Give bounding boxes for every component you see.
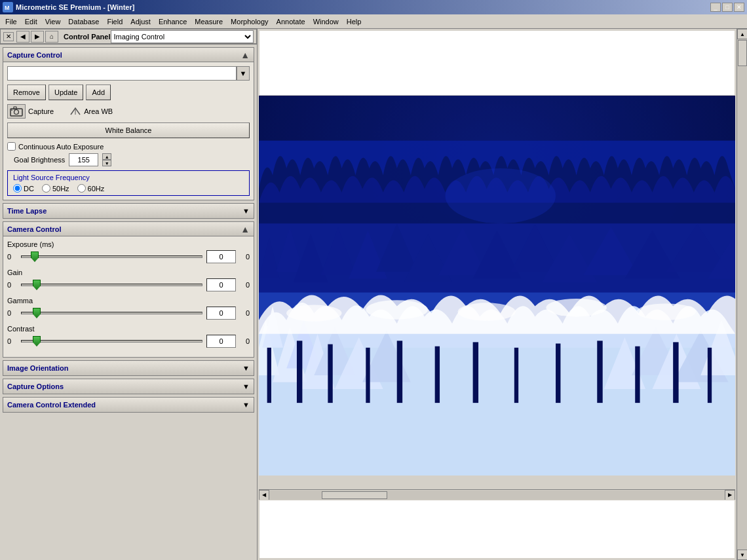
white-balance-button[interactable]: White Balance — [7, 122, 250, 138]
title-bar: M Micrometric SE Premium - [Winter] _ □ … — [0, 0, 747, 14]
imaging-control-select[interactable]: Imaging Control — [111, 30, 254, 43]
light-source-group: Light Source Frequency DC 50Hz — [7, 170, 250, 196]
capture-dropdown-row: ▼ — [7, 66, 250, 81]
radio-60hz[interactable]: 60Hz — [77, 184, 105, 193]
close-button[interactable]: ✕ — [734, 3, 744, 12]
svg-rect-29 — [673, 342, 678, 403]
radio-60hz-input[interactable] — [77, 184, 86, 193]
gain-value[interactable]: 0 — [206, 278, 236, 291]
exposure-max: 0 — [240, 253, 250, 261]
svg-rect-18 — [267, 348, 271, 403]
scroll-up-button[interactable]: ▲ — [737, 29, 747, 39]
contrast-slider-container[interactable] — [21, 335, 202, 348]
scroll-right-button[interactable]: ▶ — [725, 490, 735, 500]
time-lapse-collapse-icon: ▼ — [242, 207, 250, 215]
menu-view[interactable]: View — [41, 16, 65, 27]
contrast-thumb[interactable] — [33, 336, 41, 346]
menu-adjust[interactable]: Adjust — [126, 16, 155, 27]
exposure-min: 0 — [7, 253, 17, 261]
nav-home-button[interactable]: ⌂ — [45, 31, 58, 43]
h-scroll-thumb[interactable] — [322, 491, 387, 499]
goal-brightness-input[interactable]: 155 — [69, 153, 98, 166]
capture-control-header[interactable]: Capture Control ▲ — [3, 48, 254, 62]
capture-dropdown-arrow[interactable]: ▼ — [237, 66, 250, 81]
continuous-auto-exposure-checkbox[interactable] — [7, 142, 16, 151]
svg-rect-23 — [435, 346, 440, 403]
svg-point-17 — [636, 303, 696, 320]
gamma-slider-container[interactable] — [21, 307, 202, 320]
camera-control-header[interactable]: Camera Control ▲ — [3, 222, 254, 236]
panel-content: Capture Control ▲ ▼ Remove Update Add — [0, 45, 257, 560]
contrast-label: Contrast — [7, 325, 250, 333]
capture-dropdown-input[interactable] — [7, 66, 237, 81]
minimize-button[interactable]: _ — [710, 3, 721, 12]
bottom-white-area — [259, 500, 735, 559]
camera-control-extended-title: Camera Control Extended — [7, 401, 96, 409]
capture-control-body: ▼ Remove Update Add — [3, 62, 254, 200]
goal-brightness-label: Goal Brightness — [14, 156, 65, 164]
image-orientation-title: Image Orientation — [7, 364, 69, 372]
remove-button[interactable]: Remove — [7, 84, 46, 100]
camera-control-title: Camera Control — [7, 225, 62, 233]
contrast-value[interactable]: 0 — [206, 335, 236, 348]
exposure-thumb[interactable] — [31, 252, 39, 262]
add-button[interactable]: Add — [86, 84, 111, 100]
scroll-down-button[interactable]: ▼ — [737, 550, 747, 560]
gamma-slider-row: 0 0 0 — [7, 307, 250, 320]
contrast-track — [21, 340, 202, 343]
update-button[interactable]: Update — [48, 84, 83, 100]
radio-60hz-label: 60Hz — [88, 185, 105, 193]
panel-close-button[interactable]: ✕ — [3, 32, 14, 41]
svg-point-14 — [366, 300, 428, 320]
capture-options-collapse-icon: ▼ — [242, 383, 250, 390]
light-source-legend: Light Source Frequency — [13, 174, 244, 181]
gamma-min: 0 — [7, 309, 17, 317]
exposure-slider-container[interactable] — [21, 250, 202, 263]
exposure-slider-row: 0 0 0 — [7, 250, 250, 263]
menu-measure[interactable]: Measure — [191, 16, 227, 27]
menu-morphology[interactable]: Morphology — [227, 16, 272, 27]
radio-50hz[interactable]: 50Hz — [42, 184, 69, 193]
area-wb-button[interactable]: Area WB — [69, 107, 113, 116]
menu-annotate[interactable]: Annotate — [273, 16, 309, 27]
nav-forward-button[interactable]: ▶ — [31, 31, 44, 43]
svg-point-16 — [546, 299, 607, 316]
camera-control-extended-section: Camera Control Extended ▼ — [3, 397, 254, 413]
image-orientation-header[interactable]: Image Orientation ▼ — [3, 361, 254, 375]
menu-help[interactable]: Help — [343, 16, 366, 27]
maximize-button[interactable]: □ — [722, 3, 733, 12]
gain-group: Gain 0 0 0 — [7, 269, 250, 291]
menu-file[interactable]: File — [1, 16, 21, 27]
scroll-thumb[interactable] — [738, 40, 747, 66]
brightness-up-button[interactable]: ▲ — [102, 153, 111, 160]
gamma-value[interactable]: 0 — [206, 307, 236, 320]
nav-back-button[interactable]: ◀ — [16, 31, 29, 43]
menu-field[interactable]: Field — [103, 16, 126, 27]
radio-50hz-input[interactable] — [42, 184, 50, 193]
radio-dc-input[interactable] — [13, 184, 22, 193]
capture-btn-row: Remove Update Add — [7, 84, 250, 100]
menu-database[interactable]: Database — [64, 16, 103, 27]
capture-options-header[interactable]: Capture Options ▼ — [3, 379, 254, 394]
radio-dc-label: DC — [24, 185, 34, 193]
svg-rect-25 — [514, 348, 518, 403]
radio-dc[interactable]: DC — [13, 184, 34, 193]
menu-enhance[interactable]: Enhance — [155, 16, 191, 27]
exposure-value[interactable]: 0 — [206, 250, 236, 263]
svg-rect-28 — [635, 346, 640, 403]
menu-window[interactable]: Window — [309, 16, 343, 27]
gamma-max: 0 — [240, 309, 250, 317]
gain-slider-container[interactable] — [21, 278, 202, 291]
svg-rect-27 — [597, 341, 602, 403]
capture-button[interactable]: Capture — [7, 104, 54, 119]
winter-forest-image — [259, 96, 735, 476]
camera-control-extended-header[interactable]: Camera Control Extended ▼ — [3, 398, 254, 412]
brightness-spinner: ▲ ▼ — [102, 153, 111, 166]
brightness-down-button[interactable]: ▼ — [102, 160, 111, 166]
scroll-left-button[interactable]: ◀ — [259, 490, 269, 500]
menu-edit[interactable]: Edit — [21, 16, 41, 27]
gamma-thumb[interactable] — [33, 308, 41, 318]
time-lapse-header[interactable]: Time Lapse ▼ — [3, 204, 254, 218]
gain-thumb[interactable] — [33, 280, 41, 290]
time-lapse-section: Time Lapse ▼ — [3, 203, 254, 219]
